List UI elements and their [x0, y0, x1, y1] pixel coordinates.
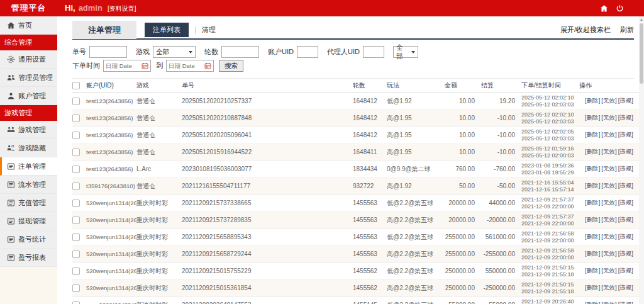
invalid-link[interactable]: [无效]	[601, 284, 616, 291]
delete-link[interactable]: [删除]	[585, 301, 600, 304]
game-cell: 普通仓	[136, 93, 182, 110]
delete-link[interactable]: [删除]	[585, 97, 600, 104]
select-all-checkbox[interactable]	[72, 82, 80, 89]
violation-link[interactable]: [违规]	[618, 165, 633, 172]
actions-cell: [删除][无效][违规]	[579, 160, 639, 177]
invalid-link[interactable]: [无效]	[601, 216, 616, 223]
game-select[interactable]: 全部	[153, 46, 196, 58]
delete-link[interactable]: [删除]	[585, 284, 600, 291]
round-input[interactable]	[221, 46, 259, 58]
power-icon[interactable]	[616, 4, 624, 13]
agent-select[interactable]: 全部	[393, 46, 418, 58]
violation-link[interactable]: [违规]	[618, 199, 633, 206]
violation-link[interactable]: [违规]	[618, 131, 633, 138]
violation-link[interactable]: [违规]	[618, 233, 633, 240]
row-checkbox[interactable]	[72, 132, 80, 139]
row-checkbox[interactable]	[72, 217, 80, 224]
sidebar-item-withdraw-management[interactable]: 提现管理	[0, 212, 57, 230]
invalid-link[interactable]: [无效]	[601, 148, 616, 155]
sidebar-item-bet-order-management[interactable]: 注单管理	[0, 157, 57, 176]
account-uid-input[interactable]	[297, 46, 318, 58]
invalid-link[interactable]: [无效]	[601, 182, 616, 189]
sidebar-item-general-settings[interactable]: 通用设置	[0, 50, 57, 69]
sidebar-item-flow-management[interactable]: 流水管理	[0, 176, 57, 194]
sidebar-item-profit-report[interactable]: 盈亏报表	[0, 249, 57, 267]
delete-link[interactable]: [删除]	[585, 250, 600, 257]
order-no-cell: 20211216155504711177	[182, 177, 353, 194]
tab-bet-order-list[interactable]: 注单列表	[145, 23, 189, 37]
home-icon[interactable]	[600, 4, 608, 13]
search-row-2: 下单时间 到 搜索	[72, 60, 634, 72]
violation-link[interactable]: [违规]	[618, 301, 633, 304]
actions-cell: [删除][无效][违规]	[579, 194, 639, 211]
invalid-link[interactable]: [无效]	[601, 301, 616, 304]
search-button[interactable]: 搜索	[219, 60, 243, 72]
delete-link[interactable]: [删除]	[585, 114, 600, 121]
sidebar-item-game-management[interactable]: 游戏管理	[0, 121, 57, 139]
amount-cell: 255000.00	[445, 245, 481, 262]
violation-link[interactable]: [违规]	[618, 114, 633, 121]
vertical-scrollbar[interactable]	[639, 16, 644, 304]
delete-link[interactable]: [删除]	[585, 131, 600, 138]
violation-link[interactable]: [违规]	[618, 284, 633, 291]
invalid-link[interactable]: [无效]	[601, 233, 616, 240]
violation-link[interactable]: [违规]	[618, 148, 633, 155]
row-checkbox[interactable]	[72, 183, 80, 190]
toggle-search-link[interactable]: 展开/收起搜索栏	[560, 25, 611, 35]
settle-time: 2023-01-08 19:55:29	[521, 169, 579, 176]
row-checkbox[interactable]	[72, 251, 80, 258]
amount-cell: 20000.00	[445, 194, 481, 211]
delete-link[interactable]: [删除]	[585, 182, 600, 189]
table-row: test123(2643856)普通仓202505120202050960411…	[72, 127, 639, 144]
delete-link[interactable]: [删除]	[585, 199, 600, 206]
order-no-input[interactable]	[89, 46, 127, 58]
order-time: 2021-12-09 21:57:37	[521, 213, 579, 220]
scrollbar-thumb[interactable]	[640, 23, 643, 84]
row-checkbox[interactable]	[72, 301, 80, 304]
delete-link[interactable]: [删除]	[585, 216, 600, 223]
sidebar-item-recharge-management[interactable]: 充值管理	[0, 194, 57, 212]
violation-link[interactable]: [违规]	[618, 216, 633, 223]
refresh-link[interactable]: 刷新	[620, 25, 634, 35]
row-checkbox[interactable]	[72, 115, 80, 122]
row-checkbox[interactable]	[72, 284, 80, 292]
delete-link[interactable]: [删除]	[585, 165, 600, 172]
invalid-link[interactable]: [无效]	[601, 267, 616, 274]
sidebar-item-home[interactable]: 首页	[0, 16, 57, 35]
date-from-input[interactable]	[103, 60, 151, 72]
sidebar-item-game-hidden[interactable]: 游戏隐藏	[0, 139, 57, 157]
invalid-link[interactable]: [无效]	[601, 131, 616, 138]
invalid-link[interactable]: [无效]	[601, 97, 616, 104]
profile-settings-link[interactable]: [资料设置]	[108, 4, 136, 13]
sidebar-item-account-management[interactable]: 账户管理	[0, 87, 57, 105]
round-cell: 1455563	[353, 245, 387, 262]
sidebar-item-admin-management[interactable]: 管理员管理	[0, 69, 57, 87]
row-checkbox[interactable]	[72, 149, 80, 156]
delete-link[interactable]: [删除]	[585, 148, 600, 155]
play-cell: 低@2.2@第五球	[387, 228, 445, 245]
violation-link[interactable]: [违规]	[618, 267, 633, 274]
sidebar-item-profit-stats[interactable]: 盈亏统计	[0, 230, 57, 249]
violation-link[interactable]: [违规]	[618, 182, 633, 189]
row-checkbox[interactable]	[72, 267, 80, 275]
sidebar-section-label: 游戏管理	[4, 109, 32, 116]
invalid-link[interactable]: [无效]	[601, 114, 616, 121]
sidebar-item-label: 注单管理	[18, 162, 46, 171]
scroll-up-arrow-icon[interactable]	[640, 18, 643, 21]
tab-cleanup[interactable]: 清理	[202, 25, 216, 35]
invalid-link[interactable]: [无效]	[601, 250, 616, 257]
violation-link[interactable]: [违规]	[618, 250, 633, 257]
delete-link[interactable]: [删除]	[585, 233, 600, 240]
date-to-input[interactable]	[166, 60, 214, 72]
invalid-link[interactable]: [无效]	[601, 199, 616, 206]
invalid-link[interactable]: [无效]	[601, 165, 616, 172]
row-checkbox[interactable]	[72, 234, 80, 241]
delete-link[interactable]: [删除]	[585, 267, 600, 274]
violation-link[interactable]: [违规]	[618, 97, 633, 104]
row-checkbox[interactable]	[72, 166, 80, 173]
order-no-label: 单号	[72, 47, 86, 57]
row-checkbox[interactable]	[72, 200, 80, 207]
play-cell: 0@9.9@第二球	[387, 160, 445, 177]
agent-uid-input[interactable]	[363, 46, 384, 58]
row-checkbox[interactable]	[72, 98, 80, 105]
